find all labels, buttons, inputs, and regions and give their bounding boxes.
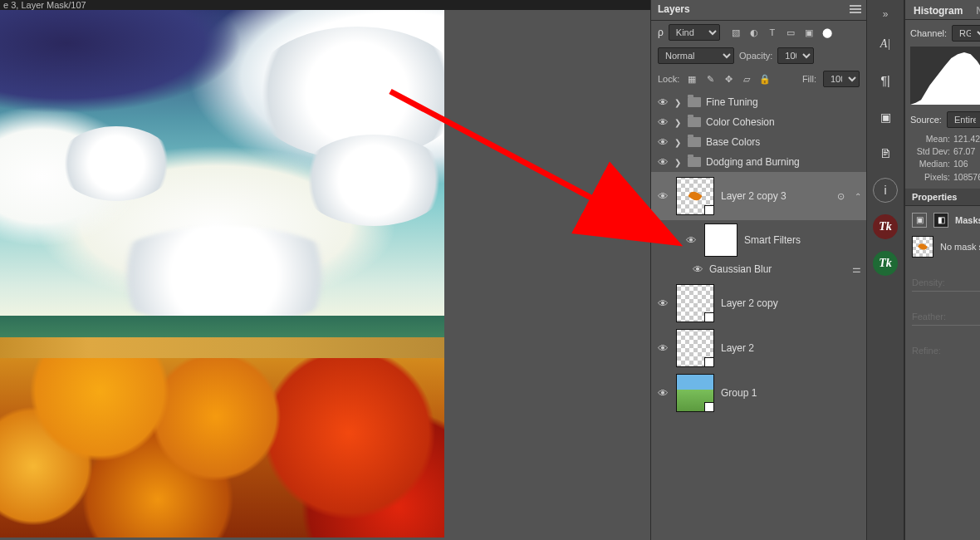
folder-icon <box>688 137 701 147</box>
search-icon: ρ <box>658 27 664 38</box>
lock-pixels-icon[interactable]: ✎ <box>704 74 716 85</box>
layers-panel: Layers ρ Kind ▧ ◐ T ▭ ▣ ⬤ Normal Opacity… <box>650 0 866 540</box>
chevron-right-icon[interactable]: ❯ <box>674 158 683 167</box>
visibility-icon[interactable]: 👁 <box>691 263 704 276</box>
chevron-right-icon[interactable]: ❯ <box>674 138 683 147</box>
histogram-graph[interactable] <box>910 47 980 105</box>
layer-thumbnail[interactable] <box>676 177 714 215</box>
filter-pixel-icon[interactable]: ▧ <box>730 27 742 38</box>
clone-source-icon[interactable]: ▣ <box>873 105 898 130</box>
refine-label: Refine: <box>912 346 980 356</box>
stat-label: Std Dev: <box>910 145 950 158</box>
measurement-icon[interactable]: 🖹 <box>873 141 898 166</box>
filter-name[interactable]: Gaussian Blur <box>709 263 772 275</box>
layer-group[interactable]: 👁 ❯ Fine Tuning <box>651 92 866 112</box>
visibility-icon[interactable]: 👁 <box>656 386 669 400</box>
stat-value: 106 <box>953 158 968 170</box>
visibility-icon[interactable]: 👁 <box>684 233 698 247</box>
right-side-panels: Histogram Nav Channel: RGB Source: Entir… <box>904 0 980 540</box>
layer-group[interactable]: 👁 ❯ Base Colors <box>651 132 866 152</box>
tk-panel-icon[interactable]: Tk <box>873 214 898 239</box>
panel-menu-icon[interactable] <box>850 5 861 13</box>
no-mask-text: No mask se <box>940 242 980 252</box>
stat-value: 121.42 <box>953 133 980 145</box>
channel-label: Channel: <box>910 28 947 38</box>
layer-name[interactable]: Layer 2 <box>721 342 754 354</box>
selected-layer[interactable]: 👁 Layer 2 copy 3 ⊙ ⌃ <box>651 172 866 220</box>
fill-select[interactable]: 100% <box>823 71 860 87</box>
folder-icon <box>688 157 701 167</box>
vector-mask-icon[interactable]: ◧ <box>933 213 948 228</box>
layer-name[interactable]: Fine Tuning <box>706 96 758 108</box>
opacity-select[interactable]: 100% <box>777 47 814 64</box>
layer-name[interactable]: Layer 2 copy 3 <box>721 190 786 202</box>
visibility-icon[interactable]: 👁 <box>656 297 669 310</box>
channel-select[interactable]: RGB <box>952 25 980 42</box>
visibility-icon[interactable]: 👁 <box>656 135 669 149</box>
stat-value: 1085764 <box>953 171 980 184</box>
layer-thumbnail[interactable] <box>676 284 714 322</box>
layer-row[interactable]: 👁 Layer 2 copy <box>651 281 866 326</box>
blend-mode-select[interactable]: Normal <box>658 47 734 64</box>
properties-tab[interactable]: Properties <box>905 189 980 206</box>
smart-filters-label: Smart Filters <box>744 234 801 246</box>
density-label: Density: <box>912 277 980 287</box>
filter-kind-select[interactable]: Kind <box>669 24 720 41</box>
layer-name[interactable]: Dodging and Burning <box>706 156 800 168</box>
navigator-tab[interactable]: Nav <box>971 2 980 19</box>
filter-toggle-icon[interactable]: ⬤ <box>821 27 833 38</box>
layer-group[interactable]: 👁 ❯ Dodging and Burning <box>651 152 866 172</box>
document-title: e 3, Layer Mask/107 <box>0 0 650 10</box>
folder-icon <box>688 117 701 127</box>
lock-label: Lock: <box>658 74 679 84</box>
folder-icon <box>688 97 701 107</box>
smart-filter-item[interactable]: 👁 Gaussian Blur ⚌ <box>651 260 866 281</box>
pixel-mask-icon[interactable]: ▣ <box>912 213 927 228</box>
lock-all-icon[interactable]: 🔒 <box>759 74 771 85</box>
filter-smart-icon[interactable]: ▣ <box>803 27 815 38</box>
blending-options-icon[interactable]: ⚌ <box>852 263 861 275</box>
chevron-right-icon[interactable]: ❯ <box>674 98 683 107</box>
filter-shape-icon[interactable]: ▭ <box>785 27 796 38</box>
opacity-label: Opacity: <box>739 51 772 61</box>
layer-name[interactable]: Group 1 <box>721 387 757 399</box>
lock-transparency-icon[interactable]: ▦ <box>686 74 698 85</box>
visibility-icon[interactable]: 👁 <box>656 96 669 109</box>
paragraph-panel-icon[interactable]: ¶| <box>873 68 898 93</box>
layer-row[interactable]: 👁 Layer 2 <box>651 326 866 371</box>
svg-marker-0 <box>910 52 980 105</box>
lock-artboard-icon[interactable]: ▱ <box>741 74 752 85</box>
source-select[interactable]: Entire Im <box>947 111 980 128</box>
filter-type-icon[interactable]: T <box>767 27 778 38</box>
character-panel-icon[interactable]: A| <box>873 32 898 56</box>
layer-name[interactable]: Layer 2 copy <box>721 297 778 309</box>
smart-filter-mask-thumbnail[interactable] <box>704 223 737 257</box>
layer-thumbnail[interactable] <box>676 329 714 367</box>
visibility-icon[interactable]: 👁 <box>656 115 669 129</box>
chevron-up-icon[interactable]: ⌃ <box>855 192 861 201</box>
layer-thumbnail[interactable] <box>676 374 714 412</box>
layer-row[interactable]: 👁 Group 1 <box>651 371 866 415</box>
smart-filters-row[interactable]: 👁 Smart Filters <box>651 220 866 260</box>
layer-group[interactable]: 👁 ❯ Color Cohesion <box>651 112 866 132</box>
collapsed-dock: » A| ¶| ▣ 🖹 i Tk Tk <box>866 0 904 540</box>
canvas[interactable] <box>0 10 444 538</box>
histogram-tab[interactable]: Histogram <box>909 2 968 19</box>
lock-position-icon[interactable]: ✥ <box>723 74 734 85</box>
layer-name[interactable]: Color Cohesion <box>706 116 775 128</box>
visibility-icon[interactable]: 👁 <box>656 341 669 355</box>
info-panel-icon[interactable]: i <box>873 178 898 203</box>
visibility-icon[interactable]: 👁 <box>656 189 669 203</box>
filter-adjust-icon[interactable]: ◐ <box>748 27 760 38</box>
layers-tab[interactable]: Layers <box>658 3 690 15</box>
chevron-right-icon[interactable]: ❯ <box>674 118 683 127</box>
feather-label: Feather: <box>912 312 980 322</box>
filter-fx-icon[interactable]: ⊙ <box>837 191 845 202</box>
stat-label: Median: <box>910 158 950 170</box>
visibility-icon[interactable]: 👁 <box>656 155 669 169</box>
masks-label: Masks <box>955 215 980 225</box>
layer-name[interactable]: Base Colors <box>706 136 760 148</box>
stat-label: Mean: <box>910 133 950 145</box>
mask-thumbnail[interactable] <box>912 236 933 258</box>
tk-panel-green-icon[interactable]: Tk <box>873 251 898 276</box>
